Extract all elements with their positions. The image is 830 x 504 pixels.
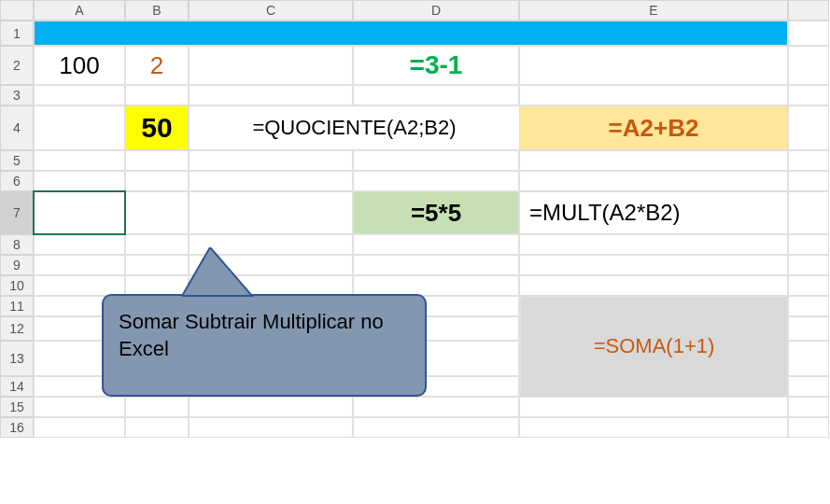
cell-C5[interactable] [189,150,353,171]
callout-text: Somar Subtrair Multiplicar no Excel [119,310,384,360]
cell-C7[interactable] [189,191,353,234]
col-header-E[interactable]: E [519,0,788,21]
cell-A7-selected[interactable] [34,191,125,234]
cell-A5[interactable] [34,150,125,171]
cell-A10[interactable] [34,275,125,296]
cell-C4[interactable]: =QUOCIENTE(A2;B2) [189,105,519,150]
col-header-B[interactable]: B [125,0,189,21]
cell-B4[interactable]: 50 [125,105,189,150]
cell-E4[interactable]: =A2+B2 [519,105,788,150]
cell-F9[interactable] [788,255,829,275]
cell-A15[interactable] [34,397,125,417]
cell-E15[interactable] [519,397,788,417]
cell-E16[interactable] [519,417,788,438]
cell-A4[interactable] [34,105,125,150]
row-8: 8 [0,234,830,255]
select-all-corner[interactable] [0,0,34,21]
row-header-12[interactable]: 12 [0,316,34,341]
cell-D2[interactable]: =3-1 [353,46,519,85]
cell-A1-E1-merged[interactable] [34,21,788,46]
cell-E10[interactable] [519,275,788,296]
cell-C15[interactable] [189,397,353,417]
cell-C2[interactable] [189,46,353,85]
cell-E3[interactable] [519,85,788,105]
col-header-next[interactable] [788,0,829,21]
row-header-7[interactable]: 7 [0,191,34,234]
cell-D7[interactable]: =5*5 [353,191,519,234]
cell-B5[interactable] [125,150,189,171]
cell-F15[interactable] [788,397,829,417]
row-header-15[interactable]: 15 [0,397,34,417]
row-header-9[interactable]: 9 [0,255,34,275]
row-5: 5 [0,150,830,171]
cell-F7[interactable] [788,191,829,234]
cell-F2[interactable] [788,46,829,85]
cell-B15[interactable] [125,397,189,417]
cell-F13[interactable] [788,341,829,376]
cell-E8[interactable] [519,234,788,255]
cell-A6[interactable] [34,171,125,191]
row-header-11[interactable]: 11 [0,296,34,316]
cell-E9[interactable] [519,255,788,275]
cell-F12[interactable] [788,316,829,341]
row-1: 1 [0,21,830,46]
cell-F3[interactable] [788,85,829,105]
cell-F16[interactable] [788,417,829,438]
cell-B10[interactable] [125,275,189,296]
row-10: 10 [0,275,830,296]
cell-F5[interactable] [788,150,829,171]
cell-A3[interactable] [34,85,125,105]
cell-F4[interactable] [788,105,829,150]
col-header-D[interactable]: D [353,0,519,21]
cell-F8[interactable] [788,234,829,255]
cell-E2[interactable] [519,46,788,85]
cell-E6[interactable] [519,171,788,191]
cell-F10[interactable] [788,275,829,296]
cell-B8[interactable] [125,234,189,255]
cell-E7[interactable]: =MULT(A2*B2) [519,191,788,234]
cell-A16[interactable] [34,417,125,438]
cell-F6[interactable] [788,171,829,191]
row-header-16[interactable]: 16 [0,417,34,438]
cell-E10-E13-merged[interactable]: =SOMA(1+1) [520,296,788,397]
row-header-10[interactable]: 10 [0,275,34,296]
row-header-6[interactable]: 6 [0,171,34,191]
row-header-3[interactable]: 3 [0,85,34,105]
row-header-2[interactable]: 2 [0,46,34,85]
row-header-1[interactable]: 1 [0,21,34,46]
cell-F1[interactable] [788,21,829,46]
cell-F14[interactable] [788,376,829,397]
row-header-8[interactable]: 8 [0,234,34,255]
col-header-C[interactable]: C [189,0,353,21]
cell-C3[interactable] [189,85,353,105]
cell-E5[interactable] [519,150,788,171]
cell-D15[interactable] [353,397,519,417]
cell-F11[interactable] [788,296,829,316]
cell-D9[interactable] [353,255,519,275]
cell-B7[interactable] [125,191,189,234]
cell-D8[interactable] [353,234,519,255]
row-header-4[interactable]: 4 [0,105,34,150]
cell-A2[interactable]: 100 [34,46,125,85]
cell-D3[interactable] [353,85,519,105]
cell-B16[interactable] [125,417,189,438]
cell-B2[interactable]: 2 [125,46,189,85]
row-15: 15 [0,397,830,417]
col-header-A[interactable]: A [34,0,125,21]
row-header-5[interactable]: 5 [0,150,34,171]
cell-A9[interactable] [34,255,125,275]
cell-A8[interactable] [34,234,125,255]
callout-shape[interactable]: Somar Subtrair Multiplicar no Excel [102,294,427,397]
cell-B6[interactable] [125,171,189,191]
row-header-13[interactable]: 13 [0,341,34,376]
cell-D10[interactable] [353,275,519,296]
cell-B3[interactable] [125,85,189,105]
cell-C6[interactable] [189,171,353,191]
cell-D5[interactable] [353,150,519,171]
cell-C16[interactable] [189,417,353,438]
cell-D16[interactable] [353,417,519,438]
cell-B9[interactable] [125,255,189,275]
row-16: 16 [0,417,830,438]
cell-D6[interactable] [353,171,519,191]
row-header-14[interactable]: 14 [0,376,34,397]
